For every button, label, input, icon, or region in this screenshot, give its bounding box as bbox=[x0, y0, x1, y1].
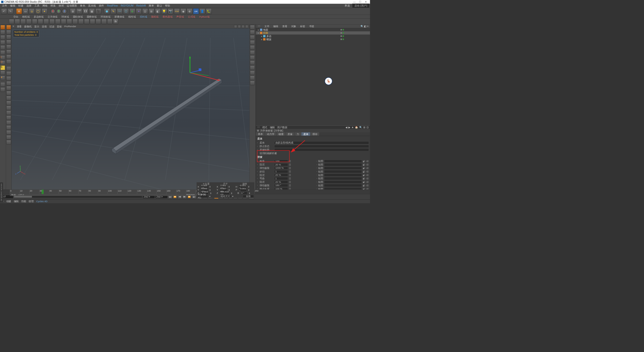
attribute-tabs[interactable]: 基本动力学碰撞质量力柔体缓存 bbox=[256, 132, 370, 136]
object-manager-tabs[interactable]: ᠁文件编辑查看对象标签书签 🔍 ◧ ≡ bbox=[256, 25, 370, 28]
svg-text:y: y bbox=[20, 165, 21, 167]
property-row[interactable]: ◦弹性极限180 °◦贴图▸◦ bbox=[257, 184, 369, 187]
svg-line-8 bbox=[125, 38, 165, 180]
svg-marker-16 bbox=[189, 56, 191, 58]
svg-rect-20 bbox=[199, 68, 201, 71]
tag-title: 力学体标签 [力学体] bbox=[260, 129, 283, 132]
object-tree[interactable]: ▸地面▸扭曲▸多边▸螺旋🦌 bbox=[256, 28, 370, 126]
select-tool[interactable]: ✥ bbox=[16, 8, 22, 14]
minimize-button[interactable]: — bbox=[351, 0, 357, 3]
layout-select[interactable]: 启动 (用户) bbox=[352, 4, 369, 8]
coordinates-panel: ≡ 位置尺寸旋转 X0.005 cm⇕X2.951 cm⇕H-0.001 °⇕Y… bbox=[196, 182, 254, 198]
property-row[interactable]: ◦柔体由多边形/线构成 bbox=[257, 141, 369, 145]
svg-line-10 bbox=[209, 38, 210, 180]
svg-line-22 bbox=[20, 171, 24, 173]
viewport-3d[interactable]: x y z Number of emitters: 0Total live pa… bbox=[12, 28, 250, 190]
left-toolbar-1: LOS✦ bbox=[0, 25, 6, 190]
y-axis[interactable]: Y bbox=[56, 9, 61, 14]
right-viewport-tools bbox=[250, 25, 256, 190]
object-row[interactable]: ▸多边 bbox=[256, 34, 370, 38]
attribute-menu[interactable]: ᠁模式编辑用户数据 ◀▶▲🏠🔍⊞⊡ bbox=[256, 126, 370, 129]
object-row[interactable]: ▸扭曲 bbox=[256, 31, 370, 35]
svg-text:z: z bbox=[15, 173, 16, 175]
undo-button[interactable]: ↶ bbox=[1, 8, 7, 14]
field-tabs[interactable]: 空白相机域多边体域立方体域球体域圆柱体域圆锥体域环状体域胶囊体域线性域径向域随机… bbox=[0, 15, 370, 19]
property-row[interactable]: ◦构造100◦贴图▸◦ bbox=[257, 159, 369, 163]
watermark-icon: 🦌 bbox=[325, 77, 332, 85]
z-axis[interactable]: Z bbox=[62, 9, 67, 14]
property-row[interactable]: ◦斜切1◦贴图▸◦ bbox=[257, 170, 369, 173]
property-row[interactable]: ◦弯曲1◦贴图▸◦ bbox=[257, 177, 369, 180]
property-row[interactable]: ◦静止长度100 %◦贴图▸◦ bbox=[257, 187, 369, 190]
property-row[interactable]: ◦质量贴图 bbox=[257, 148, 369, 151]
coord-mode[interactable]: 对象 (相对) bbox=[197, 195, 208, 198]
toolbar-main: ↶↷ ✥ ▭◎◯✦ X Y Z ⊞🎬🎞▦🎥 ⬣✎〰⬡⊚✦⊡⊞◧💡📷 PSR◉⊕ … bbox=[0, 8, 370, 15]
left-toolbar-2 bbox=[6, 25, 12, 190]
object-row[interactable]: ▸地面 bbox=[256, 28, 370, 31]
svg-text:x: x bbox=[24, 173, 25, 175]
svg-marker-13 bbox=[116, 80, 222, 154]
tag-icon: ⚙ bbox=[257, 129, 259, 132]
property-row[interactable]: ◦阻尼20 %◦贴图▸◦ bbox=[257, 173, 369, 177]
app-title: CINEMA 4D R20.059 Studio (RC - R20) - [未… bbox=[4, 0, 78, 4]
svg-line-1 bbox=[12, 100, 250, 110]
apply-button[interactable]: 应用 bbox=[243, 195, 254, 198]
svg-line-11 bbox=[233, 38, 249, 168]
property-row[interactable]: ◦阻尼20 %◦贴图▸◦ bbox=[257, 163, 369, 166]
main-menu[interactable]: 文件编辑创建选择工具网格样条体积运动图形角色流水线插件RealFlowINSYD… bbox=[0, 4, 370, 8]
brand-sidebar: MAXON CINEMA 4D bbox=[0, 182, 3, 202]
close-button[interactable]: ✕ bbox=[363, 0, 369, 4]
object-row[interactable]: ▸螺旋 bbox=[256, 38, 370, 41]
svg-line-7 bbox=[87, 38, 145, 180]
x-axis[interactable]: X bbox=[50, 9, 56, 14]
toolbar-secondary: fx bbox=[0, 19, 370, 25]
size-mode[interactable]: 绝对尺寸 bbox=[220, 195, 231, 198]
timeline-ruler[interactable]: 0102030405060708090100110120130140150160… bbox=[0, 190, 370, 194]
maximize-button[interactable]: ☐ bbox=[357, 0, 363, 4]
property-row[interactable]: ◦阻尼20 %◦贴图▸◦ bbox=[257, 180, 369, 184]
particle-overlay: Number of emitters: 0Total live particle… bbox=[13, 30, 39, 37]
viewport-menu[interactable]: ≡查看摄像机显示选项过滤面板ProRender bbox=[12, 25, 250, 29]
property-row[interactable]: ◦静止形态 bbox=[257, 145, 369, 148]
svg-line-17 bbox=[190, 73, 218, 80]
svg-marker-12 bbox=[113, 78, 222, 151]
svg-line-2 bbox=[12, 115, 250, 140]
redo-button[interactable]: ↷ bbox=[8, 8, 13, 14]
property-row[interactable]: ◦弹性极限1000 %◦贴图▸◦ bbox=[257, 166, 369, 170]
svg-line-26 bbox=[17, 171, 20, 173]
material-tabs[interactable]: ᠁创建编辑功能纹理Cycles 4D bbox=[0, 199, 370, 203]
